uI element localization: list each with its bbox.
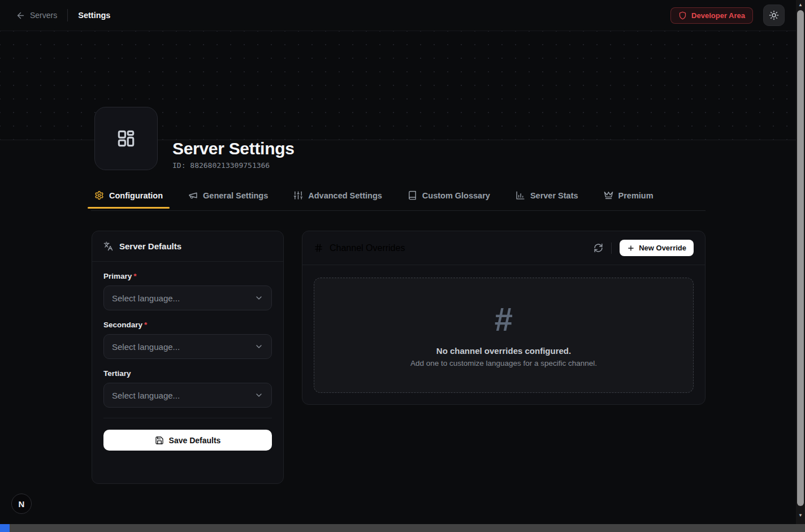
empty-state-title: No channel overrides configured. — [436, 346, 571, 356]
plus-icon — [627, 244, 635, 252]
developer-area-badge[interactable]: Developer Area — [670, 7, 753, 24]
gear-icon — [94, 191, 104, 200]
scroll-up-arrow[interactable]: ▲ — [796, 0, 805, 9]
hash-icon — [314, 243, 323, 253]
tab-advanced-settings[interactable]: Advanced Settings — [290, 187, 386, 208]
channel-overrides-card: Channel Overrides New Override # No chan… — [302, 231, 706, 405]
tab-server-stats[interactable]: Server Stats — [512, 187, 582, 208]
tab-label: General Settings — [203, 191, 268, 200]
server-id-value: 882680213309751366 — [190, 161, 270, 170]
server-id: ID: 882680213309751366 — [172, 161, 270, 170]
required-asterisk: * — [133, 272, 136, 280]
megaphone-icon — [188, 191, 198, 200]
select-placeholder: Select language... — [112, 391, 180, 400]
languages-icon — [103, 241, 113, 251]
developer-area-label: Developer Area — [691, 11, 745, 20]
crown-icon — [604, 191, 613, 200]
book-icon — [408, 191, 417, 200]
chevron-down-icon — [254, 342, 263, 351]
server-defaults-card: Server Defaults Primary* Select language… — [92, 231, 284, 484]
server-avatar — [94, 107, 158, 170]
horizontal-scrollbar[interactable] — [0, 524, 805, 532]
sliders-icon — [293, 191, 303, 200]
hash-glyph: # — [495, 303, 513, 336]
tab-general-settings[interactable]: General Settings — [185, 187, 271, 208]
save-defaults-button[interactable]: Save Defaults — [103, 430, 272, 451]
scroll-down-arrow[interactable]: ▼ — [796, 511, 805, 520]
page-title: Settings — [78, 11, 110, 20]
channel-overrides-header: Channel Overrides New Override — [302, 231, 705, 265]
save-defaults-label: Save Defaults — [169, 436, 221, 445]
tab-premium[interactable]: Premium — [600, 187, 657, 208]
primary-label: Primary* — [103, 272, 272, 280]
shield-icon — [678, 11, 687, 20]
secondary-label: Secondary* — [103, 321, 272, 329]
save-icon — [155, 436, 164, 445]
tab-label: Custom Glossary — [422, 191, 490, 200]
empty-state: # No channel overrides configured. Add o… — [314, 278, 694, 393]
tab-label: Server Stats — [530, 191, 578, 200]
divider — [103, 418, 272, 418]
bar-chart-icon — [516, 191, 525, 200]
scrollbar-thumb[interactable] — [797, 10, 804, 506]
server-settings-title: Server Settings — [172, 139, 295, 158]
server-defaults-header: Server Defaults — [92, 231, 283, 262]
tab-label: Advanced Settings — [308, 191, 382, 200]
arrow-left-icon — [16, 11, 25, 20]
back-to-servers-link[interactable]: Servers — [16, 11, 57, 20]
server-id-label: ID: — [172, 161, 185, 170]
avatar-letter: N — [19, 499, 25, 509]
tab-configuration[interactable]: Configuration — [91, 187, 166, 208]
chevron-down-icon — [254, 391, 263, 400]
app-window: Servers Settings Developer Area Server S… — [0, 0, 805, 532]
server-defaults-title: Server Defaults — [119, 241, 181, 251]
corner-blue-square — [0, 524, 10, 532]
chevron-down-icon — [254, 293, 263, 302]
select-placeholder: Select language... — [112, 342, 180, 352]
tab-label: Premium — [618, 191, 653, 200]
tab-label: Configuration — [109, 191, 163, 200]
user-avatar[interactable]: N — [11, 494, 32, 514]
secondary-language-select[interactable]: Select language... — [103, 334, 272, 359]
vertical-scrollbar[interactable]: ▲ ▼ — [796, 0, 805, 524]
empty-state-subtitle: Add one to customize languages for a spe… — [410, 359, 597, 367]
new-override-label: New Override — [639, 244, 686, 252]
back-link-label: Servers — [30, 11, 57, 20]
settings-tab-bar: Configuration General Settings Advanced … — [91, 187, 706, 211]
refresh-icon[interactable] — [594, 243, 603, 253]
select-placeholder: Select language... — [112, 293, 180, 303]
new-override-button[interactable]: New Override — [620, 240, 694, 256]
sun-icon — [769, 10, 779, 20]
channel-overrides-title: Channel Overrides — [330, 243, 405, 253]
tab-custom-glossary[interactable]: Custom Glossary — [404, 187, 494, 208]
primary-language-select[interactable]: Select language... — [103, 286, 272, 310]
header-divider — [67, 9, 68, 21]
required-asterisk: * — [144, 321, 147, 329]
top-bar: Servers Settings Developer Area — [0, 0, 796, 31]
layout-dashboard-icon — [115, 128, 137, 149]
divider — [611, 243, 612, 254]
theme-toggle-button[interactable] — [763, 5, 785, 26]
tertiary-label: Tertiary — [103, 369, 272, 378]
tertiary-language-select[interactable]: Select language... — [103, 383, 272, 408]
